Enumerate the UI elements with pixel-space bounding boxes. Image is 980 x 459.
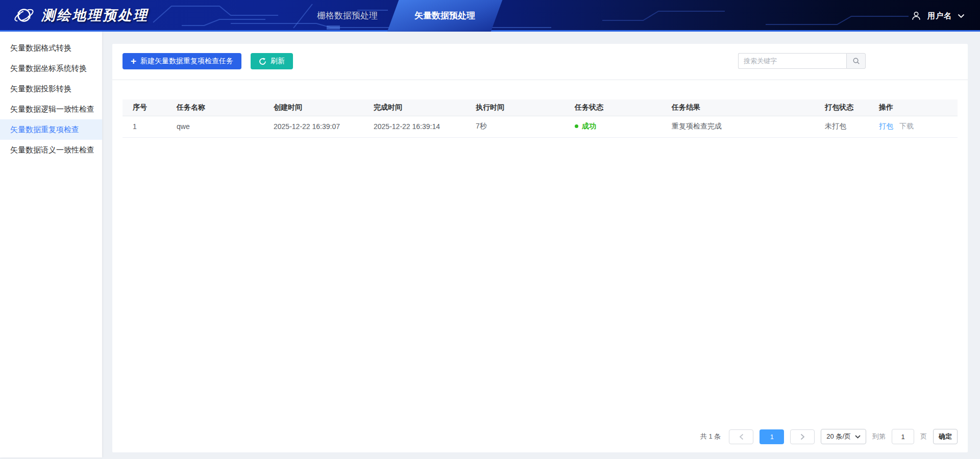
sidebar-item-coordinate-convert[interactable]: 矢量数据坐标系统转换	[0, 58, 102, 79]
new-task-button[interactable]: + 新建矢量数据重复项检查任务	[122, 53, 241, 69]
goto-page-input[interactable]	[892, 429, 914, 444]
user-menu[interactable]: 用户名	[911, 0, 965, 32]
page-size-select[interactable]: 20 条/页	[821, 429, 866, 444]
logo-globe-icon	[13, 5, 35, 26]
table-row: 1 qwe 2025-12-22 16:39:07 2025-12-22 16:…	[122, 116, 958, 137]
search-input[interactable]	[738, 53, 846, 69]
sidebar-item-projection-convert[interactable]: 矢量数据投影转换	[0, 79, 102, 99]
sidebar: 矢量数据格式转换 矢量数据坐标系统转换 矢量数据投影转换 矢量数据逻辑一致性检查…	[0, 32, 102, 457]
cell-actions: 打包下载	[871, 116, 958, 137]
cell-finished-time: 2025-12-22 16:39:14	[365, 116, 468, 137]
tab-vector-label: 矢量数据预处理	[414, 11, 475, 20]
cell-task-status: 成功	[567, 116, 664, 137]
cell-task-name: qwe	[168, 116, 265, 137]
sidebar-item-semantic-consistency-check[interactable]: 矢量数据语义一致性检查	[0, 140, 102, 160]
sidebar-item-format-convert[interactable]: 矢量数据格式转换	[0, 38, 102, 58]
page-1-button[interactable]: 1	[760, 429, 784, 444]
page-body: 矢量数据格式转换 矢量数据坐标系统转换 矢量数据投影转换 矢量数据逻辑一致性检查…	[0, 32, 980, 457]
tab-vector-preprocess[interactable]: 矢量数据预处理	[396, 0, 494, 32]
app-header: 测绘地理预处理 栅格数据预处理 矢量数据预处理 用户名	[0, 0, 980, 32]
goto-confirm-button[interactable]: 确定	[933, 429, 958, 444]
task-table-area: 序号 任务名称 创建时间 完成时间 执行时间 任务状态 任务结果 打包状态 操作	[112, 80, 968, 429]
content-card: + 新建矢量数据重复项检查任务 刷新	[112, 44, 968, 452]
user-icon	[911, 10, 922, 21]
status-dot	[575, 124, 578, 128]
col-finished-time: 完成时间	[365, 99, 468, 116]
sidebar-item-duplicate-check[interactable]: 矢量数据重复项检查	[0, 119, 102, 140]
plus-icon: +	[131, 56, 136, 66]
col-task-result: 任务结果	[664, 99, 817, 116]
main-area: + 新建矢量数据重复项检查任务 刷新	[102, 32, 980, 457]
cell-task-result: 重复项检查完成	[664, 116, 817, 137]
chevron-down-icon	[958, 14, 965, 18]
user-name: 用户名	[927, 11, 952, 21]
chevron-left-icon	[739, 434, 744, 440]
refresh-icon	[259, 58, 266, 65]
col-task-status: 任务状态	[567, 99, 664, 116]
download-link[interactable]: 下载	[899, 122, 914, 130]
col-task-name: 任务名称	[168, 99, 265, 116]
col-index: 序号	[122, 99, 168, 116]
cell-index: 1	[122, 116, 168, 137]
refresh-label: 刷新	[271, 57, 285, 66]
col-package-status: 打包状态	[817, 99, 871, 116]
table-header-row: 序号 任务名称 创建时间 完成时间 执行时间 任务状态 任务结果 打包状态 操作	[122, 99, 958, 116]
task-table: 序号 任务名称 创建时间 完成时间 执行时间 任务状态 任务结果 打包状态 操作	[122, 99, 958, 138]
search-button[interactable]	[846, 53, 866, 69]
next-page-button[interactable]	[790, 429, 815, 444]
app-title: 测绘地理预处理	[41, 6, 149, 24]
goto-suffix-label: 页	[920, 432, 927, 441]
select-chevron-down-icon	[855, 435, 861, 439]
tab-raster-label: 栅格数据预处理	[317, 11, 378, 20]
package-link[interactable]: 打包	[879, 122, 893, 130]
sidebar-item-logic-consistency-check[interactable]: 矢量数据逻辑一致性检查	[0, 99, 102, 119]
top-nav-tabs: 栅格数据预处理 矢量数据预处理	[299, 0, 494, 32]
new-task-label: 新建矢量数据重复项检查任务	[140, 57, 233, 66]
page-size-value: 20 条/页	[826, 432, 851, 441]
col-duration: 执行时间	[468, 99, 567, 116]
refresh-button[interactable]: 刷新	[251, 53, 293, 69]
tab-raster-preprocess[interactable]: 栅格数据预处理	[299, 0, 396, 32]
col-actions: 操作	[871, 99, 958, 116]
toolbar: + 新建矢量数据重复项检查任务 刷新	[112, 44, 968, 80]
cell-duration: 7秒	[468, 116, 567, 137]
cell-package-status: 未打包	[817, 116, 871, 137]
chevron-right-icon	[800, 434, 805, 440]
pagination: 共 1 条 1 20 条/页	[112, 429, 968, 452]
search-box	[738, 53, 866, 69]
prev-page-button[interactable]	[729, 429, 753, 444]
status-text: 成功	[582, 122, 596, 130]
pagination-total: 共 1 条	[700, 432, 721, 441]
search-icon	[852, 57, 860, 65]
cell-created-time: 2025-12-22 16:39:07	[265, 116, 365, 137]
goto-prefix-label: 到第	[872, 432, 886, 441]
app-logo: 测绘地理预处理	[0, 5, 149, 26]
col-created-time: 创建时间	[265, 99, 365, 116]
